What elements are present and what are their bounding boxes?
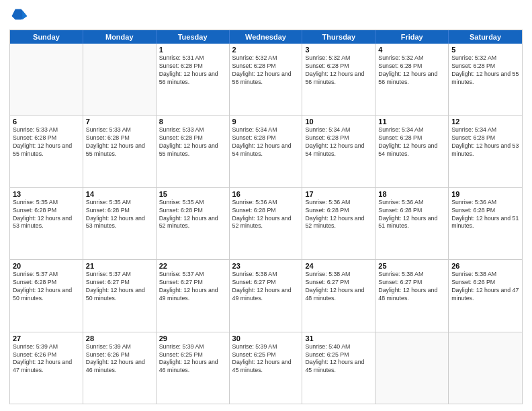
cell-info: Sunrise: 5:32 AM Sunset: 6:28 PM Dayligh… <box>451 54 519 87</box>
calendar-cell: 29Sunrise: 5:39 AM Sunset: 6:25 PM Dayli… <box>157 332 230 404</box>
day-number: 10 <box>305 118 372 126</box>
day-number: 22 <box>159 262 226 270</box>
cell-info: Sunrise: 5:37 AM Sunset: 6:28 PM Dayligh… <box>13 271 80 303</box>
day-number: 3 <box>305 46 372 54</box>
calendar-cell: 15Sunrise: 5:35 AM Sunset: 6:28 PM Dayli… <box>157 188 230 259</box>
calendar-cell: 22Sunrise: 5:37 AM Sunset: 6:27 PM Dayli… <box>157 260 230 331</box>
calendar-cell <box>375 332 449 404</box>
cell-info: Sunrise: 5:34 AM Sunset: 6:28 PM Dayligh… <box>232 126 300 158</box>
cell-info: Sunrise: 5:36 AM Sunset: 6:28 PM Dayligh… <box>232 199 300 231</box>
calendar-cell: 28Sunrise: 5:39 AM Sunset: 6:26 PM Dayli… <box>83 332 157 404</box>
calendar-row: 13Sunrise: 5:35 AM Sunset: 6:28 PM Dayli… <box>10 187 522 259</box>
calendar-row: 6Sunrise: 5:33 AM Sunset: 6:28 PM Daylig… <box>10 115 522 187</box>
cell-info: Sunrise: 5:35 AM Sunset: 6:28 PM Dayligh… <box>159 199 226 231</box>
calendar-cell: 12Sunrise: 5:34 AM Sunset: 6:28 PM Dayli… <box>449 116 522 187</box>
calendar-cell: 18Sunrise: 5:36 AM Sunset: 6:28 PM Dayli… <box>375 188 449 259</box>
cell-info: Sunrise: 5:39 AM Sunset: 6:25 PM Dayligh… <box>159 343 226 375</box>
cell-info: Sunrise: 5:35 AM Sunset: 6:28 PM Dayligh… <box>13 199 80 231</box>
cell-info: Sunrise: 5:31 AM Sunset: 6:28 PM Dayligh… <box>159 54 226 87</box>
header <box>9 7 523 26</box>
logo-icon <box>9 7 28 26</box>
calendar-cell <box>83 44 157 115</box>
day-number: 11 <box>378 118 445 126</box>
cell-info: Sunrise: 5:32 AM Sunset: 6:28 PM Dayligh… <box>378 54 445 87</box>
weekday-header: Wednesday <box>230 30 303 44</box>
calendar-body: 1Sunrise: 5:31 AM Sunset: 6:28 PM Daylig… <box>10 44 522 404</box>
calendar-cell: 25Sunrise: 5:38 AM Sunset: 6:27 PM Dayli… <box>375 260 449 331</box>
cell-info: Sunrise: 5:33 AM Sunset: 6:28 PM Dayligh… <box>86 126 153 158</box>
cell-info: Sunrise: 5:34 AM Sunset: 6:28 PM Dayligh… <box>305 126 372 158</box>
day-number: 6 <box>13 118 80 126</box>
day-number: 1 <box>159 46 226 54</box>
cell-info: Sunrise: 5:39 AM Sunset: 6:26 PM Dayligh… <box>13 343 80 375</box>
cell-info: Sunrise: 5:34 AM Sunset: 6:28 PM Dayligh… <box>451 126 519 158</box>
weekday-header: Tuesday <box>157 30 230 44</box>
weekday-header: Monday <box>83 30 157 44</box>
calendar-cell: 14Sunrise: 5:35 AM Sunset: 6:28 PM Dayli… <box>83 188 157 259</box>
calendar-cell: 3Sunrise: 5:32 AM Sunset: 6:28 PM Daylig… <box>302 44 375 115</box>
day-number: 23 <box>232 262 300 270</box>
cell-info: Sunrise: 5:36 AM Sunset: 6:28 PM Dayligh… <box>305 199 372 231</box>
day-number: 27 <box>13 334 80 342</box>
cell-info: Sunrise: 5:37 AM Sunset: 6:27 PM Dayligh… <box>86 271 153 303</box>
calendar-cell: 13Sunrise: 5:35 AM Sunset: 6:28 PM Dayli… <box>10 188 83 259</box>
calendar-cell: 17Sunrise: 5:36 AM Sunset: 6:28 PM Dayli… <box>302 188 375 259</box>
calendar-cell: 27Sunrise: 5:39 AM Sunset: 6:26 PM Dayli… <box>10 332 83 404</box>
calendar-cell: 6Sunrise: 5:33 AM Sunset: 6:28 PM Daylig… <box>10 116 83 187</box>
day-number: 7 <box>86 118 153 126</box>
calendar-cell: 24Sunrise: 5:38 AM Sunset: 6:27 PM Dayli… <box>302 260 375 331</box>
calendar-cell: 21Sunrise: 5:37 AM Sunset: 6:27 PM Dayli… <box>83 260 157 331</box>
calendar-cell: 7Sunrise: 5:33 AM Sunset: 6:28 PM Daylig… <box>83 116 157 187</box>
calendar-cell: 5Sunrise: 5:32 AM Sunset: 6:28 PM Daylig… <box>449 44 522 115</box>
cell-info: Sunrise: 5:34 AM Sunset: 6:28 PM Dayligh… <box>378 126 445 158</box>
day-number: 8 <box>159 118 226 126</box>
calendar-cell: 10Sunrise: 5:34 AM Sunset: 6:28 PM Dayli… <box>302 116 375 187</box>
calendar-cell: 11Sunrise: 5:34 AM Sunset: 6:28 PM Dayli… <box>375 116 449 187</box>
day-number: 29 <box>159 334 226 342</box>
calendar-row: 27Sunrise: 5:39 AM Sunset: 6:26 PM Dayli… <box>10 332 522 404</box>
cell-info: Sunrise: 5:32 AM Sunset: 6:28 PM Dayligh… <box>305 54 372 87</box>
calendar-cell: 8Sunrise: 5:33 AM Sunset: 6:28 PM Daylig… <box>157 116 230 187</box>
day-number: 20 <box>13 262 80 270</box>
calendar-row: 20Sunrise: 5:37 AM Sunset: 6:28 PM Dayli… <box>10 259 522 331</box>
weekday-header: Sunday <box>10 30 83 44</box>
calendar-cell <box>10 44 83 115</box>
page: SundayMondayTuesdayWednesdayThursdayFrid… <box>0 0 532 411</box>
cell-info: Sunrise: 5:32 AM Sunset: 6:28 PM Dayligh… <box>232 54 300 87</box>
day-number: 21 <box>86 262 153 270</box>
cell-info: Sunrise: 5:38 AM Sunset: 6:27 PM Dayligh… <box>232 271 300 303</box>
cell-info: Sunrise: 5:38 AM Sunset: 6:27 PM Dayligh… <box>378 271 445 303</box>
cell-info: Sunrise: 5:40 AM Sunset: 6:25 PM Dayligh… <box>305 343 372 375</box>
calendar-cell: 19Sunrise: 5:36 AM Sunset: 6:28 PM Dayli… <box>449 188 522 259</box>
calendar-cell <box>449 332 522 404</box>
calendar-cell: 30Sunrise: 5:39 AM Sunset: 6:25 PM Dayli… <box>230 332 303 404</box>
day-number: 2 <box>232 46 300 54</box>
calendar-cell: 4Sunrise: 5:32 AM Sunset: 6:28 PM Daylig… <box>375 44 449 115</box>
calendar-cell: 31Sunrise: 5:40 AM Sunset: 6:25 PM Dayli… <box>302 332 375 404</box>
day-number: 30 <box>232 334 300 342</box>
day-number: 18 <box>378 190 445 198</box>
day-number: 28 <box>86 334 153 342</box>
calendar-cell: 23Sunrise: 5:38 AM Sunset: 6:27 PM Dayli… <box>230 260 303 331</box>
day-number: 13 <box>13 190 80 198</box>
day-number: 14 <box>86 190 153 198</box>
calendar-cell: 26Sunrise: 5:38 AM Sunset: 6:26 PM Dayli… <box>449 260 522 331</box>
cell-info: Sunrise: 5:35 AM Sunset: 6:28 PM Dayligh… <box>86 199 153 231</box>
day-number: 25 <box>378 262 445 270</box>
day-number: 15 <box>159 190 226 198</box>
cell-info: Sunrise: 5:33 AM Sunset: 6:28 PM Dayligh… <box>13 126 80 158</box>
calendar-cell: 1Sunrise: 5:31 AM Sunset: 6:28 PM Daylig… <box>157 44 230 115</box>
day-number: 19 <box>451 190 519 198</box>
weekday-header: Saturday <box>449 30 522 44</box>
day-number: 4 <box>378 46 445 54</box>
weekday-header: Thursday <box>302 30 375 44</box>
cell-info: Sunrise: 5:38 AM Sunset: 6:27 PM Dayligh… <box>305 271 372 303</box>
calendar-cell: 20Sunrise: 5:37 AM Sunset: 6:28 PM Dayli… <box>10 260 83 331</box>
cell-info: Sunrise: 5:33 AM Sunset: 6:28 PM Dayligh… <box>159 126 226 158</box>
day-number: 5 <box>451 46 519 54</box>
day-number: 12 <box>451 118 519 126</box>
cell-info: Sunrise: 5:38 AM Sunset: 6:26 PM Dayligh… <box>451 271 519 303</box>
day-number: 31 <box>305 334 372 342</box>
calendar-row: 1Sunrise: 5:31 AM Sunset: 6:28 PM Daylig… <box>10 44 522 115</box>
cell-info: Sunrise: 5:39 AM Sunset: 6:25 PM Dayligh… <box>232 343 300 375</box>
